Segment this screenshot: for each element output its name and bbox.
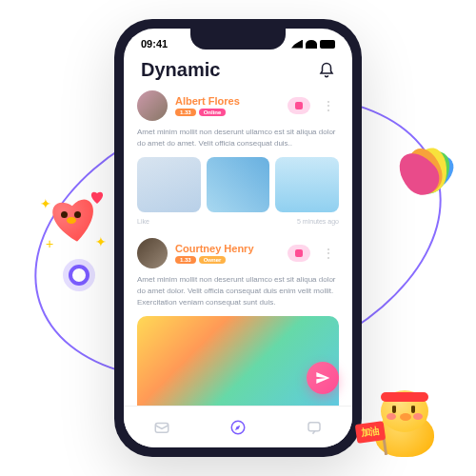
battery-icon bbox=[320, 40, 335, 49]
level-badge: 1.33 bbox=[175, 256, 196, 264]
post-author-name[interactable]: Courtney Henry bbox=[175, 243, 280, 254]
post-item[interactable]: Courtney Henry 1.33 Owner ⋮ Amet minim m… bbox=[137, 238, 339, 421]
mascot-decoration: 加油 bbox=[362, 385, 447, 470]
gift-icon bbox=[295, 249, 303, 257]
bell-icon bbox=[318, 62, 335, 79]
post-image[interactable] bbox=[137, 157, 201, 212]
post-header: Courtney Henry 1.33 Owner ⋮ bbox=[137, 238, 339, 268]
post-footer: Like 5 minutes ago bbox=[137, 218, 339, 225]
gift-icon bbox=[295, 102, 303, 109]
send-icon bbox=[315, 370, 330, 386]
phone-frame: 09:41 Dynamic Albert Flores 1. bbox=[114, 19, 362, 457]
post-gallery bbox=[137, 157, 339, 212]
gift-button[interactable] bbox=[288, 97, 310, 114]
envelope-icon bbox=[153, 419, 170, 436]
chat-icon bbox=[306, 419, 323, 436]
svg-rect-2 bbox=[308, 422, 320, 430]
avatar[interactable] bbox=[137, 238, 168, 268]
status-badge: Owner bbox=[199, 256, 227, 264]
like-button[interactable]: Like bbox=[137, 218, 149, 225]
post-header: Albert Flores 1.33 Online ⋮ bbox=[137, 90, 339, 121]
signal-icon bbox=[291, 40, 303, 49]
compass-icon bbox=[229, 419, 247, 436]
post-text: Amet minim mollit non deserunt ullamco e… bbox=[137, 274, 339, 308]
wifi-icon bbox=[306, 40, 317, 49]
post-image[interactable] bbox=[207, 157, 270, 212]
gift-button[interactable] bbox=[288, 245, 310, 262]
nav-discover[interactable] bbox=[228, 418, 248, 437]
mascot-flag-text: 加油 bbox=[360, 425, 381, 441]
svg-rect-0 bbox=[155, 423, 169, 432]
phone-screen: 09:41 Dynamic Albert Flores 1. bbox=[124, 29, 352, 447]
nav-home[interactable] bbox=[152, 418, 171, 437]
mascot-flag: 加油 bbox=[355, 421, 386, 444]
heart-emoji-decoration: ✦✦+ bbox=[40, 187, 109, 255]
post-author-name[interactable]: Albert Flores bbox=[175, 95, 280, 107]
post-item[interactable]: Albert Flores 1.33 Online ⋮ Amet minim m… bbox=[137, 90, 339, 225]
nav-messages[interactable] bbox=[305, 418, 324, 437]
status-time: 09:41 bbox=[141, 38, 168, 50]
post-timestamp: 5 minutes ago bbox=[297, 218, 339, 225]
status-icons bbox=[291, 40, 335, 49]
page-title: Dynamic bbox=[141, 59, 220, 81]
post-image[interactable] bbox=[275, 157, 339, 212]
orbit-dot bbox=[69, 265, 89, 286]
page-header: Dynamic bbox=[124, 53, 352, 90]
compose-fab[interactable] bbox=[307, 362, 339, 394]
rainbow-flower-decoration bbox=[396, 139, 459, 202]
more-button[interactable]: ⋮ bbox=[318, 246, 339, 261]
post-text: Amet minim mollit non deserunt ullamco e… bbox=[137, 127, 339, 149]
phone-notch bbox=[190, 29, 286, 50]
more-button[interactable]: ⋮ bbox=[318, 98, 339, 113]
notifications-button[interactable] bbox=[318, 62, 335, 79]
level-badge: 1.33 bbox=[175, 109, 196, 116]
avatar[interactable] bbox=[137, 90, 168, 121]
bottom-nav bbox=[124, 406, 352, 447]
status-badge: Online bbox=[199, 109, 227, 116]
